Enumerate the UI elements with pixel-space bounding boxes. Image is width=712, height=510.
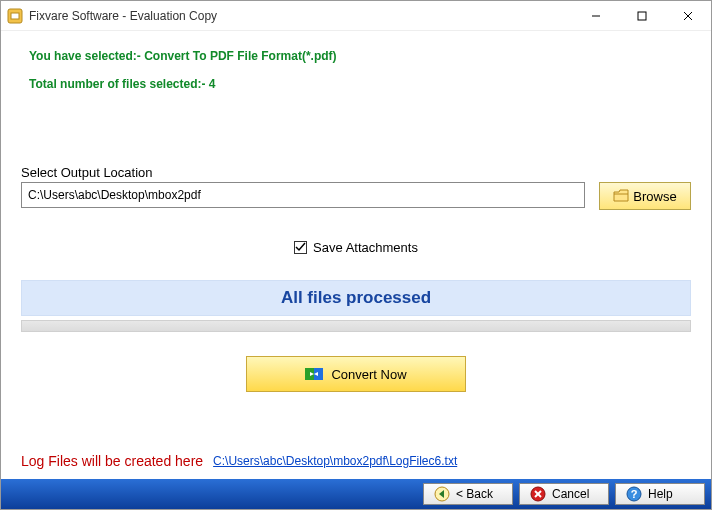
svg-rect-1 [11, 13, 19, 19]
minimize-button[interactable] [573, 1, 619, 30]
svg-text:?: ? [631, 488, 638, 500]
folder-icon [613, 189, 629, 203]
convert-icon [305, 365, 323, 383]
log-row: Log Files will be created here C:\Users\… [21, 453, 457, 469]
log-label: Log Files will be created here [21, 453, 203, 469]
close-button[interactable] [665, 1, 711, 30]
window-title: Fixvare Software - Evaluation Copy [29, 9, 573, 23]
arrow-left-icon [434, 486, 450, 502]
back-button[interactable]: < Back [423, 483, 513, 505]
selection-summary-format: You have selected:- Convert To PDF File … [29, 49, 691, 63]
selection-summary-count: Total number of files selected:- 4 [29, 77, 691, 91]
output-row: Browse [21, 182, 691, 210]
svg-rect-3 [638, 12, 646, 20]
maximize-button[interactable] [619, 1, 665, 30]
app-icon [7, 8, 23, 24]
convert-row: Convert Now [21, 356, 691, 392]
checkmark-icon [294, 241, 307, 254]
titlebar: Fixvare Software - Evaluation Copy [1, 1, 711, 31]
convert-now-button[interactable]: Convert Now [246, 356, 466, 392]
footer-bar: < Back Cancel ? Help [1, 479, 711, 509]
status-banner: All files processed [21, 280, 691, 316]
help-label: Help [648, 487, 673, 501]
log-file-link[interactable]: C:\Users\abc\Desktop\mbox2pdf\LogFilec6.… [213, 454, 457, 468]
progress-bar [21, 320, 691, 332]
cancel-button[interactable]: Cancel [519, 483, 609, 505]
output-path-input[interactable] [21, 182, 585, 208]
help-icon: ? [626, 486, 642, 502]
content-area: You have selected:- Convert To PDF File … [1, 31, 711, 479]
output-location-label: Select Output Location [21, 165, 691, 180]
browse-label: Browse [633, 189, 676, 204]
cancel-label: Cancel [552, 487, 589, 501]
cancel-icon [530, 486, 546, 502]
browse-button[interactable]: Browse [599, 182, 691, 210]
convert-now-label: Convert Now [331, 367, 406, 382]
save-attachments-row: Save Attachments [21, 240, 691, 256]
save-attachments-checkbox[interactable]: Save Attachments [294, 240, 418, 255]
back-label: < Back [456, 487, 493, 501]
app-window: Fixvare Software - Evaluation Copy You h… [0, 0, 712, 510]
help-button[interactable]: ? Help [615, 483, 705, 505]
status-text: All files processed [281, 288, 431, 308]
save-attachments-label: Save Attachments [313, 240, 418, 255]
